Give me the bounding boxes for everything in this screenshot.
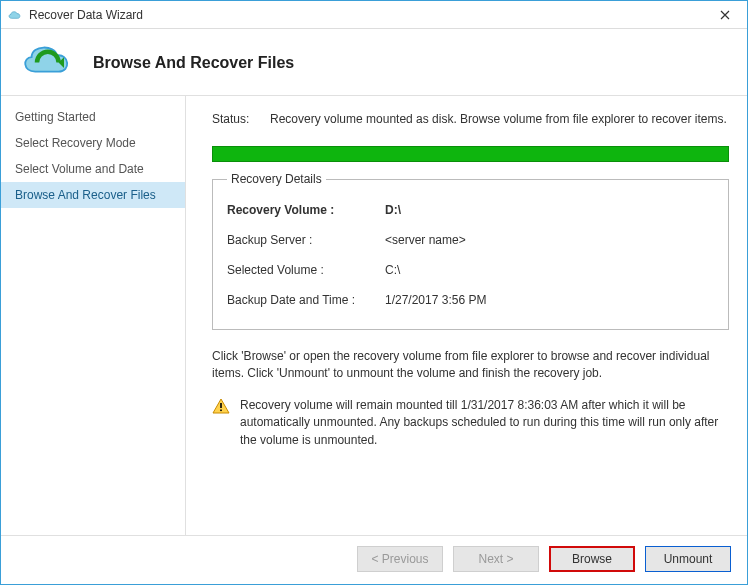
selected-volume-label: Selected Volume :: [227, 263, 375, 277]
next-button: Next >: [453, 546, 539, 572]
app-icon: [7, 7, 23, 23]
page-title: Browse And Recover Files: [93, 54, 294, 72]
recovery-details-group: Recovery Details Recovery Volume : D:\ B…: [212, 172, 729, 330]
warning-text: Recovery volume will remain mounted till…: [240, 397, 729, 449]
previous-button: < Previous: [357, 546, 443, 572]
backup-server-value: <server name>: [385, 233, 466, 247]
recovery-details-legend: Recovery Details: [227, 172, 326, 186]
selected-volume-value: C:\: [385, 263, 400, 277]
backup-server-label: Backup Server :: [227, 233, 375, 247]
wizard-window: Recover Data Wizard Browse And Recover F…: [0, 0, 748, 585]
wizard-steps-sidebar: Getting Started Select Recovery Mode Sel…: [1, 96, 186, 535]
step-browse-and-recover-files[interactable]: Browse And Recover Files: [1, 182, 185, 208]
window-title: Recover Data Wizard: [29, 8, 143, 22]
header: Browse And Recover Files: [1, 29, 747, 96]
progress-bar: [212, 146, 729, 162]
recovery-volume-value: D:\: [385, 203, 401, 217]
svg-rect-0: [220, 403, 222, 408]
close-button[interactable]: [707, 1, 743, 28]
recovery-volume-label: Recovery Volume :: [227, 203, 375, 217]
backup-datetime-value: 1/27/2017 3:56 PM: [385, 293, 486, 307]
status-label: Status:: [212, 112, 260, 126]
cloud-recover-icon: [19, 39, 73, 79]
step-select-volume-and-date[interactable]: Select Volume and Date: [1, 156, 185, 182]
unmount-button[interactable]: Unmount: [645, 546, 731, 572]
step-select-recovery-mode[interactable]: Select Recovery Mode: [1, 130, 185, 156]
step-getting-started[interactable]: Getting Started: [1, 104, 185, 130]
status-text: Recovery volume mounted as disk. Browse …: [270, 112, 727, 126]
warning-row: Recovery volume will remain mounted till…: [212, 397, 729, 449]
footer-buttons: < Previous Next > Browse Unmount: [1, 535, 747, 584]
browse-button[interactable]: Browse: [549, 546, 635, 572]
instruction-text: Click 'Browse' or open the recovery volu…: [212, 348, 729, 383]
backup-datetime-label: Backup Date and Time :: [227, 293, 375, 307]
main-panel: Status: Recovery volume mounted as disk.…: [186, 96, 747, 535]
warning-icon: [212, 398, 230, 414]
titlebar: Recover Data Wizard: [1, 1, 747, 29]
svg-rect-1: [220, 409, 222, 411]
